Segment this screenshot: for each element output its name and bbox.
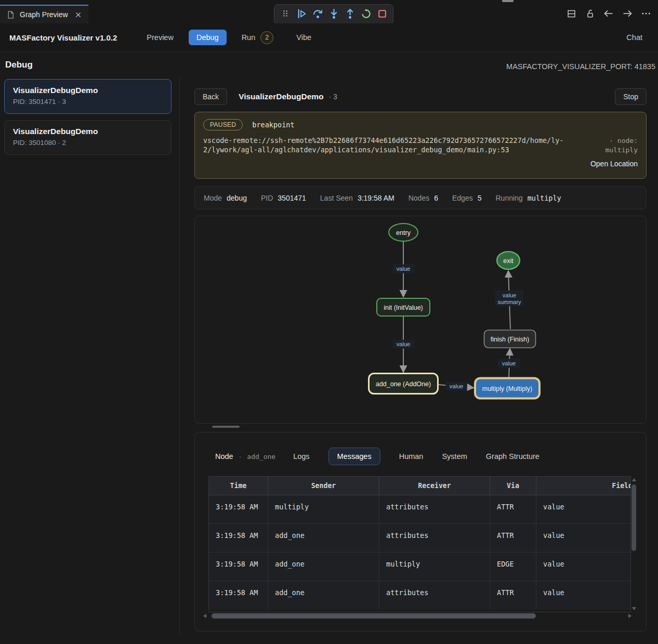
messages-table: TimeSenderReceiverViaField3:19:58 AMmult… — [209, 477, 631, 610]
continue-button[interactable] — [294, 7, 309, 22]
table-horizontal-scrollbar[interactable] — [203, 612, 631, 620]
app-navbar: MASFactory Visualizer v1.0.2 PreviewDebu… — [0, 23, 658, 52]
tab-messages[interactable]: Messages — [328, 448, 380, 465]
split-editor-button[interactable] — [563, 7, 579, 22]
table-row: 3:19:58 AMadd_onemultiplyEDGEvalue — [209, 553, 631, 581]
scroll-up-arrow[interactable] — [632, 478, 636, 481]
open-location-button[interactable]: Open Location — [590, 160, 638, 168]
arrow-left-icon — [603, 8, 614, 21]
status-item-nodes: Nodes6 — [409, 194, 438, 202]
split-editor-icon — [567, 9, 576, 21]
column-header-field: Field — [536, 477, 631, 495]
tab-logs[interactable]: Logs — [293, 452, 309, 461]
table-header-row: TimeSenderReceiverViaField — [209, 477, 631, 495]
step-over-button[interactable] — [310, 7, 325, 22]
tab-system[interactable]: System — [442, 452, 467, 461]
column-header-time: Time — [209, 477, 268, 495]
step-out-button[interactable] — [343, 7, 357, 22]
run-count-badge: 2 — [260, 31, 273, 44]
svg-text:value: value — [502, 360, 516, 366]
session-title: VisualizerDebugDemo — [239, 92, 323, 101]
graph-node-exit[interactable]: exit — [497, 252, 520, 269]
session-pid: PID: 3501471 · 3 — [13, 98, 163, 106]
messages-table-wrap: TimeSenderReceiverViaField3:19:58 AMmult… — [208, 476, 631, 612]
graph-node-entry[interactable]: entry — [389, 224, 418, 241]
table-row: 3:19:58 AMadd_oneattributesATTRvalue — [209, 524, 631, 553]
status-value: multiply — [528, 194, 561, 202]
scroll-right-arrow[interactable] — [628, 614, 631, 618]
graph-node-add_one[interactable]: add_one (AddOne) — [369, 374, 438, 394]
session-name: VisualizerDebugDemo — [13, 86, 163, 95]
edge-label: valuesummary — [495, 291, 523, 306]
nav-item-label: Preview — [147, 33, 174, 42]
tab-graph-structure[interactable]: Graph Structure — [486, 452, 539, 461]
table-cell: add_one — [268, 581, 379, 610]
stop-button[interactable] — [375, 7, 389, 22]
back-button[interactable]: Back — [194, 88, 227, 105]
debug-toolbar — [274, 4, 393, 25]
ellipsis-button[interactable] — [638, 7, 654, 22]
session-title-suffix: · 3 — [329, 93, 337, 101]
table-vertical-scrollbar[interactable] — [630, 477, 638, 611]
nav-item-vibe[interactable]: Vibe — [288, 30, 319, 45]
scroll-left-arrow[interactable] — [203, 614, 206, 618]
restart-icon — [361, 8, 372, 21]
arrow-left-button[interactable] — [601, 7, 616, 22]
status-item-mode: Modedebug — [204, 194, 247, 202]
table-cell: add_one — [268, 524, 379, 553]
restart-button[interactable] — [359, 7, 373, 22]
node-label: Node — [215, 452, 233, 461]
step-into-button[interactable] — [326, 7, 341, 22]
close-icon[interactable] — [74, 11, 82, 19]
vertical-scroll-thumb[interactable] — [631, 484, 636, 551]
table-cell: multiply — [268, 495, 379, 524]
tab-list: LogsMessagesHumanSystemGraph Structure — [293, 448, 539, 465]
nav-item-label: Debug — [196, 33, 219, 42]
table-cell: ATTR — [490, 524, 536, 553]
status-value: debug — [227, 194, 247, 202]
drag-handle-button[interactable] — [278, 7, 293, 22]
unlock-button[interactable] — [582, 7, 598, 22]
nav-item-chat[interactable]: Chat — [626, 33, 649, 42]
svg-text:finish (Finish): finish (Finish) — [491, 336, 529, 343]
status-label: Edges — [452, 194, 473, 202]
tab-human[interactable]: Human — [399, 452, 424, 461]
paused-banner-header: PAUSED breakpoint — [203, 119, 638, 130]
svg-text:value: value — [450, 383, 463, 389]
column-header-via: Via — [490, 477, 536, 495]
table-cell: value — [536, 581, 631, 610]
arrow-right-icon — [622, 8, 633, 21]
graph-panel: valuevaluevaluevaluevaluesummaryentryini… — [194, 216, 647, 424]
svg-text:init (InitValue): init (InitValue) — [384, 304, 423, 311]
graph-canvas[interactable]: valuevaluevaluevaluevaluesummaryentryini… — [195, 216, 646, 423]
status-label: Nodes — [409, 194, 429, 202]
table-cell: attributes — [379, 524, 490, 553]
horizontal-scroll-thumb[interactable] — [212, 613, 536, 619]
arrow-right-button[interactable] — [620, 7, 635, 22]
table-cell: 3:19:58 AM — [209, 524, 268, 553]
file-icon — [6, 10, 15, 19]
inspector-tabs: Node · add_one LogsMessagesHumanSystemGr… — [195, 432, 646, 469]
status-label: PID — [261, 194, 273, 202]
nav-item-preview[interactable]: Preview — [139, 30, 181, 45]
panel-resize-handle[interactable] — [212, 426, 240, 428]
graph-node-multiply[interactable]: multiply (Multiply) — [475, 378, 539, 399]
session-card[interactable]: VisualizerDebugDemoPID: 3501471 · 3 — [4, 79, 172, 114]
table-cell: 3:19:58 AM — [209, 495, 268, 524]
tab-title: Graph Preview — [20, 10, 68, 19]
graph-node-finish[interactable]: finish (Finish) — [484, 330, 536, 348]
graph-node-init[interactable]: init (InitValue) — [377, 298, 430, 316]
stop-button[interactable]: Stop — [615, 88, 647, 105]
nav-item-debug[interactable]: Debug — [189, 30, 227, 45]
scroll-down-arrow[interactable] — [632, 607, 636, 610]
status-item-last-seen: Last Seen3:19:58 AM — [320, 194, 394, 202]
inspector-panel: Node · add_one LogsMessagesHumanSystemGr… — [194, 432, 647, 632]
edge-label: value — [498, 359, 520, 368]
session-card[interactable]: VisualizerDebugDemoPID: 3501080 · 2 — [4, 120, 172, 155]
continue-icon — [296, 8, 307, 21]
table-cell: attributes — [379, 581, 490, 610]
table-cell: ATTR — [490, 495, 536, 524]
tab-graph-preview[interactable]: Graph Preview — [0, 5, 88, 23]
nav-item-run[interactable]: Run2 — [234, 28, 282, 48]
table-cell: value — [536, 553, 631, 581]
